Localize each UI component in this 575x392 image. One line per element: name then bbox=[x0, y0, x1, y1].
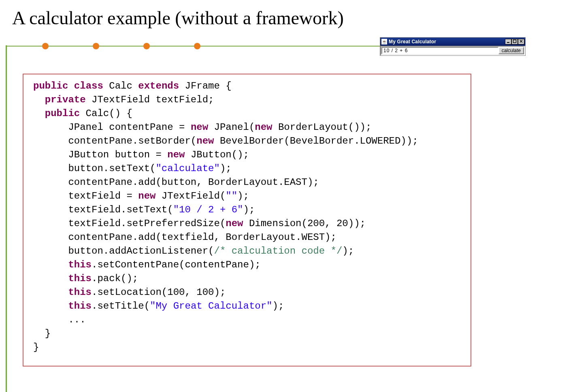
code-token: contentPane.add(button, BorderLayout.EAS… bbox=[33, 177, 319, 188]
code-token: new bbox=[138, 191, 155, 201]
code-token: Calc bbox=[103, 81, 138, 91]
maximize-button[interactable] bbox=[511, 39, 518, 44]
code-token: JTextField( bbox=[155, 191, 226, 201]
code-token: private bbox=[33, 94, 86, 105]
accent-track-line bbox=[6, 46, 380, 47]
code-token: JPanel contentPane = bbox=[33, 122, 191, 133]
code-token: this bbox=[33, 259, 92, 270]
code-token: new bbox=[255, 122, 272, 133]
code-token: Calc() { bbox=[80, 108, 132, 119]
code-token: BorderLayout()); bbox=[273, 122, 372, 133]
accent-vertical-line bbox=[6, 45, 7, 392]
accent-dot bbox=[194, 43, 200, 49]
code-token: /* calculation code */ bbox=[214, 246, 342, 256]
code-token: new bbox=[196, 136, 214, 146]
code-token: button.addActionListener( bbox=[33, 246, 214, 256]
accent-dot bbox=[93, 43, 99, 49]
window-titlebar[interactable]: ☕ My Great Calculator bbox=[380, 38, 525, 46]
code-token: new bbox=[226, 218, 243, 229]
code-token: extends bbox=[138, 81, 179, 91]
calculate-button[interactable]: calculate bbox=[498, 47, 524, 54]
code-token: ); bbox=[220, 163, 232, 174]
code-token: "My Great Calculator" bbox=[150, 301, 272, 311]
code-token: .setContentPane(contentPane); bbox=[92, 259, 261, 270]
code-token: JButton button = bbox=[33, 149, 167, 160]
code-token: "" bbox=[226, 191, 237, 201]
code-token: textField.setText( bbox=[33, 204, 173, 215]
code-token: ); bbox=[243, 204, 255, 215]
code-token: } bbox=[33, 342, 39, 353]
window-button-group bbox=[505, 39, 524, 44]
code-token: Dimension(200, 20)); bbox=[243, 218, 366, 229]
window-client-area: calculate bbox=[380, 46, 525, 55]
code-token: new bbox=[167, 149, 185, 160]
code-token: "10 / 2 + 6" bbox=[173, 204, 243, 215]
code-token: new bbox=[191, 122, 208, 133]
code-token: public bbox=[33, 108, 80, 119]
code-token: button.setText( bbox=[33, 163, 155, 174]
window-title: My Great Calculator bbox=[389, 39, 503, 44]
code-token: JTextField textField; bbox=[86, 94, 214, 105]
slide-title: A calculator example (without a framewor… bbox=[12, 7, 344, 29]
code-token: .setTitle( bbox=[92, 301, 150, 311]
code-token: contentPane.setBorder( bbox=[33, 136, 196, 146]
code-token: this bbox=[33, 301, 92, 311]
calculator-window: ☕ My Great Calculator calculate bbox=[380, 37, 526, 56]
code-token: BevelBorder(BevelBorder.LOWERED)); bbox=[214, 136, 418, 146]
accent-dot bbox=[42, 43, 49, 49]
code-token: JPanel( bbox=[208, 122, 255, 133]
expression-input[interactable] bbox=[381, 47, 498, 54]
code-token: this bbox=[33, 287, 92, 298]
minimize-button[interactable] bbox=[505, 39, 511, 44]
close-button[interactable] bbox=[518, 39, 524, 44]
code-listing: public class Calc extends JFrame { priva… bbox=[23, 74, 471, 367]
code-token: textField.setPreferredSize( bbox=[33, 218, 226, 229]
code-token: textField = bbox=[33, 191, 138, 201]
code-token: "calculate" bbox=[155, 163, 219, 174]
java-icon: ☕ bbox=[381, 39, 387, 44]
code-token: ); bbox=[342, 246, 354, 256]
accent-dot bbox=[143, 43, 150, 49]
accent-horizontal-track bbox=[6, 44, 380, 46]
code-token: JFrame { bbox=[179, 81, 232, 91]
code-token: public bbox=[33, 81, 68, 91]
svg-rect-1 bbox=[513, 40, 516, 43]
code-token: ... bbox=[33, 314, 86, 325]
code-token: .setLocation(100, 100); bbox=[92, 287, 226, 298]
code-token: .pack(); bbox=[92, 273, 138, 284]
code-token: } bbox=[33, 328, 51, 339]
code-token: ); bbox=[237, 191, 249, 201]
code-token: class bbox=[68, 81, 103, 91]
code-token: JButton(); bbox=[185, 149, 249, 160]
code-token: this bbox=[33, 273, 92, 284]
code-token: contentPane.add(textfield, BorderLayout.… bbox=[33, 232, 336, 243]
code-token: ); bbox=[273, 301, 284, 311]
